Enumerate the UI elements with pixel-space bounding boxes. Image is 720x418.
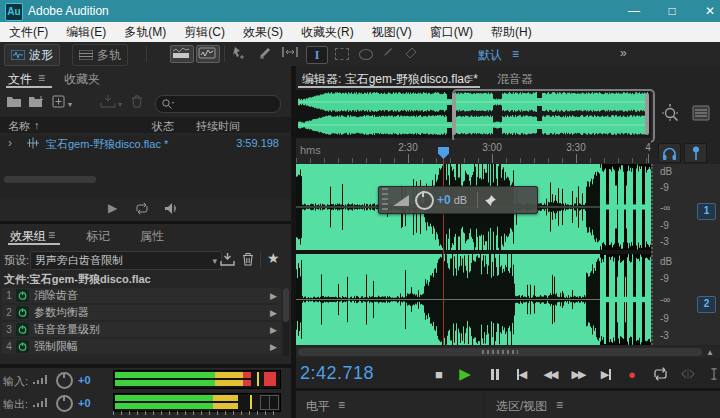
tab-markers[interactable]: 标记 xyxy=(86,228,110,245)
output-gain-value[interactable]: +0 xyxy=(78,397,91,409)
menu-item-6[interactable]: 视图(V) xyxy=(363,22,421,42)
levels-panel-menu-icon[interactable]: ≡ xyxy=(338,398,345,412)
hud-grip-handle[interactable] xyxy=(380,188,389,212)
slip-tool-icon[interactable] xyxy=(282,46,302,62)
menu-item-4[interactable]: 效果(S) xyxy=(234,22,292,42)
effect-slot-2[interactable]: 2参数均衡器▶ xyxy=(2,305,281,320)
effect-slot-1[interactable]: 1消除齿音▶ xyxy=(2,288,281,303)
output-gain-knob[interactable] xyxy=(56,395,73,412)
effect-slot-4[interactable]: 4强制限幅▶ xyxy=(2,339,281,354)
spectral-frequency-icon[interactable] xyxy=(170,45,194,63)
panel-divider[interactable] xyxy=(0,221,291,224)
rewind-button[interactable]: ◀◀ xyxy=(538,364,562,384)
skip-to-end-button[interactable]: ▶ xyxy=(594,364,618,384)
maximize-icon[interactable]: □ xyxy=(655,0,689,22)
overview-selection-right-handle[interactable] xyxy=(645,93,649,135)
multitrack-view-button[interactable]: 多轨 xyxy=(72,44,128,66)
monitor-headphones-button[interactable] xyxy=(658,143,681,163)
workspace-selector[interactable]: 默认 xyxy=(478,47,502,64)
import-file-icon[interactable] xyxy=(28,95,46,108)
toolbar-overflow-icon[interactable]: » xyxy=(620,46,627,60)
play-button[interactable]: ▶ xyxy=(453,364,477,384)
file-list-row[interactable]: › 宝石gem-野狼disco.flac * 3:59.198 xyxy=(0,135,291,152)
zoom-navigate-icon[interactable] xyxy=(660,104,682,124)
spectral-pitch-icon[interactable] xyxy=(196,45,220,63)
hud-gain-value[interactable]: +0 xyxy=(437,193,451,207)
favorite-star-icon[interactable]: ★ xyxy=(267,250,280,266)
time-selection-tool-icon[interactable]: I xyxy=(306,46,328,64)
record-button[interactable]: ● xyxy=(620,364,644,384)
tab-properties[interactable]: 属性 xyxy=(140,228,164,245)
preview-play-icon[interactable]: ▶ xyxy=(108,201,117,215)
selection-view-menu-icon[interactable]: ≡ xyxy=(556,398,563,412)
expand-arrow-icon[interactable]: › xyxy=(8,136,12,150)
effect-expand-icon[interactable]: ▶ xyxy=(270,342,281,352)
tab-favorites[interactable]: 收藏夹 xyxy=(64,71,100,88)
spot-healing-tool-icon[interactable] xyxy=(404,46,424,62)
preset-select[interactable]: 男声旁白齿音限制 ▾ xyxy=(30,251,222,270)
tab-selection-view[interactable]: 选区/视图 xyxy=(496,398,547,415)
menu-item-3[interactable]: 剪辑(C) xyxy=(175,22,234,42)
menu-item-1[interactable]: 编辑(E) xyxy=(57,22,115,42)
tab-levels[interactable]: 电平 xyxy=(306,398,330,415)
save-preset-icon[interactable] xyxy=(220,253,235,266)
tab-mixer[interactable]: 混音器 xyxy=(497,71,533,88)
column-name[interactable]: 名称 xyxy=(8,119,30,134)
fast-forward-button[interactable]: ▶▶ xyxy=(566,364,590,384)
editor-layout-icon[interactable] xyxy=(692,105,710,121)
marker-pin-button[interactable] xyxy=(684,143,707,163)
workspace-menu-icon[interactable]: ≡ xyxy=(512,47,519,61)
menu-item-2[interactable]: 多轨(M) xyxy=(115,22,175,42)
file-name[interactable]: 宝石gem-野狼disco.flac * xyxy=(46,137,168,152)
playhead-line[interactable] xyxy=(443,155,444,345)
new-content-caret-icon[interactable]: ▾ xyxy=(68,100,72,109)
marquee-selection-tool-icon[interactable] xyxy=(332,46,352,62)
effect-slot-3[interactable]: 3语音音量级别▶ xyxy=(2,322,281,337)
effect-power-icon[interactable] xyxy=(16,340,29,353)
effect-expand-icon[interactable]: ▶ xyxy=(270,291,281,301)
effects-scrollbar-handle[interactable] xyxy=(283,288,289,322)
minimize-icon[interactable]: — xyxy=(617,0,651,22)
close-icon[interactable]: ✕ xyxy=(693,0,720,22)
hud-pin-icon[interactable] xyxy=(484,194,497,207)
channel-badge-2[interactable]: 2 xyxy=(697,296,716,313)
overview-selection-box[interactable] xyxy=(452,89,655,143)
hud-volume-knob[interactable] xyxy=(415,191,434,210)
files-hscrollbar[interactable] xyxy=(4,176,96,183)
paintbrush-tool-icon[interactable] xyxy=(380,46,400,62)
volume-hud[interactable]: +0 dB xyxy=(378,186,538,214)
panel-divider[interactable] xyxy=(0,364,291,368)
column-duration[interactable]: 持续时间 xyxy=(196,119,240,134)
menu-item-0[interactable]: 文件(F) xyxy=(0,22,57,42)
effect-power-icon[interactable] xyxy=(16,289,29,302)
menu-item-5[interactable]: 收藏夹(R) xyxy=(292,22,363,42)
effect-power-icon[interactable] xyxy=(16,323,29,336)
files-search-input[interactable] xyxy=(155,95,281,113)
preview-loop-icon[interactable] xyxy=(134,202,150,215)
stop-button[interactable]: ■ xyxy=(427,364,451,384)
pause-button[interactable] xyxy=(483,364,507,384)
move-tool-icon[interactable] xyxy=(232,46,252,62)
files-panel-menu-icon[interactable]: ≡ xyxy=(38,71,45,85)
input-gain-knob[interactable] xyxy=(56,372,73,389)
new-content-icon[interactable] xyxy=(52,95,66,108)
overview-selection-left-handle[interactable] xyxy=(452,93,456,135)
waveform-view-button[interactable]: 波形 xyxy=(4,44,60,66)
menu-item-7[interactable]: 窗口(W) xyxy=(421,22,482,42)
preview-speaker-icon[interactable] xyxy=(160,202,178,215)
loop-playback-button[interactable] xyxy=(648,364,672,384)
time-display[interactable]: 2:42.718 xyxy=(300,363,374,384)
skip-to-start-button[interactable]: ◀ xyxy=(510,364,534,384)
effects-panel-menu-icon[interactable]: ≡ xyxy=(48,228,55,242)
effect-power-icon[interactable] xyxy=(16,306,29,319)
menu-item-8[interactable]: 帮助(H) xyxy=(482,22,541,42)
ruler-unit-label[interactable]: hms xyxy=(300,144,321,156)
channel-badge-1[interactable]: 1 xyxy=(697,203,716,220)
delete-preset-icon[interactable] xyxy=(242,252,254,266)
razor-tool-icon[interactable] xyxy=(258,46,278,62)
panel-collapse-icon[interactable]: ▲ xyxy=(706,348,714,357)
input-gain-value[interactable]: +0 xyxy=(78,374,91,386)
lasso-selection-tool-icon[interactable] xyxy=(356,46,376,62)
effect-expand-icon[interactable]: ▶ xyxy=(270,325,281,335)
column-status[interactable]: 状态 xyxy=(152,119,174,134)
